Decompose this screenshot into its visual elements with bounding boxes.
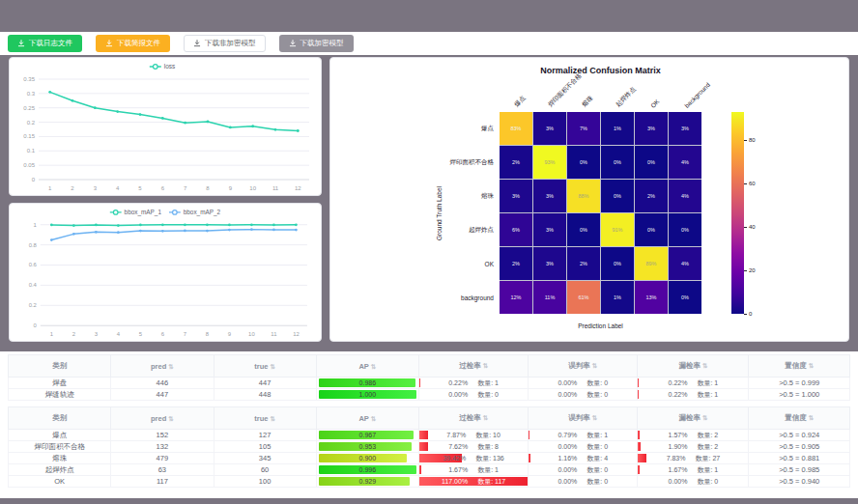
svg-text:3: 3 [95,331,99,337]
true-value: 127 [214,430,316,441]
miss-rate-cell: 1.90%数量: 2 [638,441,749,453]
overkill-rate-cell: 39.42%数量: 136 [419,453,529,464]
sort-icon[interactable]: ⇅ [702,414,707,421]
overkill-rate-cell: 7.87%数量: 10 [419,430,529,441]
sort-icon[interactable]: ⇅ [168,415,173,422]
column-header-误判率: 误判率⇅ [529,407,638,430]
colorbar-tick-label: 40 [749,224,756,230]
matrix-title: Normalized Confusion Matrix [540,66,661,75]
svg-text:12: 12 [295,185,301,191]
overkill-rate-cell: 1.67%数量: 1 [419,464,529,476]
matrix-col-label: background [683,81,711,109]
matrix-xlabel: Prediction Label [578,322,623,329]
loss-chart: 00.050.10.150.20.250.30.3512345678910111… [10,58,321,195]
class-name: 起焊炸点 [9,464,111,476]
table-row: 焊盘4464470.9860.22%数量: 10.00%数量: 00.22%数量… [9,378,850,389]
confidence-value: >0.5 = 0.999 [749,378,850,389]
matrix-cell: 4% [669,247,701,280]
svg-text:bbox_mAP_1: bbox_mAP_1 [125,209,162,216]
miss-rate-cell: 0.22%数量: 1 [638,378,749,389]
column-header-漏检率: 漏检率⇅ [638,355,749,378]
svg-text:6: 6 [161,185,165,191]
download-button-1[interactable]: 下载日志文件 [8,35,82,52]
svg-text:1: 1 [48,185,52,191]
matrix-row-label: 起焊炸点 [330,226,494,235]
column-header-pred: pred⇅ [111,407,214,430]
class-name: 熔珠 [9,453,111,464]
sort-icon[interactable]: ⇅ [809,414,814,421]
pred-value: 446 [111,378,214,389]
svg-text:7: 7 [184,331,186,337]
sort-icon[interactable]: ⇅ [168,363,173,370]
true-value: 100 [214,476,316,488]
misjudge-rate-cell: 0.79%数量: 1 [529,430,638,441]
matrix-cell: 3% [533,247,566,280]
overkill-rate-cell: 0.00%数量: 0 [419,389,529,401]
matrix-cell: 6% [500,213,532,246]
svg-text:0: 0 [34,322,38,328]
metrics-tables-section: 类别pred⇅true⇅AP⇅过检率⇅误判率⇅漏检率⇅置信度⇅焊盘4464470… [0,351,858,498]
sort-icon[interactable]: ⇅ [371,415,376,422]
svg-text:8: 8 [206,331,210,337]
sort-icon[interactable]: ⇅ [809,362,814,369]
pred-value: 132 [111,441,214,453]
sort-icon[interactable]: ⇅ [270,363,274,370]
colorbar-tick [744,314,747,315]
class-name: 焊缝轨迹 [9,389,111,401]
matrix-cell: 3% [635,112,668,145]
matrix-cell: 89% [635,247,668,280]
matrix-col-label: 熔珠 [581,94,596,109]
legend-item-bbox_mAP_2[interactable]: bbox_mAP_2 [169,209,221,216]
class-name: OK [9,476,111,488]
confidence-value: >0.5 = 0.985 [749,464,850,476]
matrix-cell: 0% [601,247,634,280]
matrix-cell: 61% [567,281,600,314]
matrix-cell: 0% [567,146,600,179]
legend-item-bbox_mAP_1[interactable]: bbox_mAP_1 [110,209,162,216]
download-button-label: 下载非加密模型 [205,40,256,47]
svg-text:0.15: 0.15 [23,133,35,139]
svg-text:5: 5 [138,185,142,191]
svg-text:0: 0 [32,177,36,182]
table-row: 爆点1521270.9677.87%数量: 100.79%数量: 11.57%数… [9,430,850,441]
download-button-3[interactable]: 下载非加密模型 [184,35,266,52]
sort-icon[interactable]: ⇅ [592,362,597,369]
miss-rate-cell: 7.83%数量: 27 [638,453,749,464]
column-header-true: true⇅ [214,407,316,430]
misjudge-rate-cell: 0.00%数量: 0 [529,441,638,453]
sort-icon[interactable]: ⇅ [371,363,376,370]
svg-text:0.35: 0.35 [23,76,35,82]
matrix-ylabel: Ground Truth Label [436,185,443,239]
svg-text:10: 10 [248,331,255,337]
matrix-row-label: 熔珠 [330,192,494,201]
matrix-col-label: 焊印面积不合格 [547,71,585,109]
svg-text:5: 5 [139,331,143,337]
legend-item-loss[interactable]: loss [150,63,176,70]
top-band [0,0,858,32]
overkill-rate-cell: 117.00%数量: 117 [419,476,529,488]
download-button-2[interactable]: 下载简报文件 [96,35,170,52]
ap-cell: 0.967 [316,430,418,441]
sort-icon[interactable]: ⇅ [483,414,488,421]
miss-rate-cell: 0.00%数量: 0 [638,476,749,488]
sort-icon[interactable]: ⇅ [592,414,597,421]
misjudge-rate-cell: 0.00%数量: 0 [529,378,638,389]
svg-text:12: 12 [293,331,300,337]
svg-text:3: 3 [94,185,98,191]
download-button-4[interactable]: 下载加密模型 [279,35,354,52]
column-header-pred: pred⇅ [111,355,214,378]
sort-icon[interactable]: ⇅ [702,362,707,369]
class-name: 焊印面积不合格 [9,441,111,453]
sort-icon[interactable]: ⇅ [270,415,274,422]
confidence-value: >0.5 = 0.881 [749,453,850,464]
matrix-cell: 2% [500,146,532,179]
svg-text:11: 11 [272,185,279,191]
download-button-label: 下载加密模型 [300,40,344,47]
svg-text:2: 2 [72,331,75,337]
matrix-cell: 3% [669,112,701,145]
sort-icon[interactable]: ⇅ [483,362,488,369]
svg-text:0.25: 0.25 [23,105,35,111]
column-header-过检率: 过检率⇅ [419,407,529,430]
download-toolbar: 下载日志文件下载简报文件下载非加密模型下载加密模型 [0,32,858,55]
column-header-类别: 类别 [9,355,111,378]
